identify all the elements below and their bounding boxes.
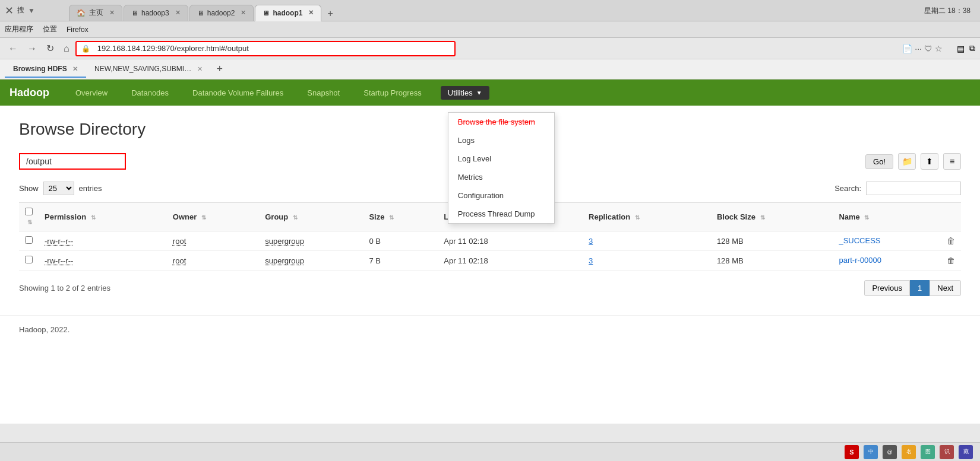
sidebar-toggle[interactable]: ✕ bbox=[5, 4, 14, 17]
page-tab-browsing[interactable]: Browsing HDFS ✕ bbox=[5, 61, 86, 78]
folder-icon[interactable]: 📁 bbox=[898, 153, 916, 170]
tab-hadoop1-close[interactable]: ✕ bbox=[308, 9, 314, 17]
tab-hadoop3-close[interactable]: ✕ bbox=[175, 9, 181, 17]
process-thread-label: Process Thread Dump bbox=[458, 209, 535, 218]
metrics-label: Metrics bbox=[458, 173, 483, 182]
forward-button[interactable]: → bbox=[24, 41, 40, 56]
up-icon[interactable]: ⬆ bbox=[921, 153, 938, 170]
home-nav-button[interactable]: ⌂ bbox=[60, 41, 73, 56]
lock-icon: 🔒 bbox=[81, 44, 90, 53]
menu-location[interactable]: 位置 bbox=[43, 24, 57, 34]
browse-filesystem-label: Browse the file system bbox=[458, 117, 535, 126]
menu-metrics[interactable]: Metrics bbox=[448, 168, 554, 186]
menu-process-thread[interactable]: Process Thread Dump bbox=[448, 205, 554, 223]
menu-log-level[interactable]: Log Level bbox=[448, 150, 554, 168]
taskbar-icon-6[interactable]: 识 bbox=[940, 445, 954, 459]
nav-datanodes[interactable]: Datanodes bbox=[127, 86, 173, 100]
row2-permission: -rw-r--r-- bbox=[39, 251, 167, 271]
nav-snapshot[interactable]: Snapshot bbox=[302, 86, 344, 100]
page-tab-new[interactable]: NEW,NEW_SAVING,SUBMI… ✕ bbox=[86, 61, 210, 78]
list-icon[interactable]: ≡ bbox=[943, 153, 961, 170]
page-tab-browsing-close[interactable]: ✕ bbox=[72, 65, 78, 72]
browser-tabs: 🏠 主页 ✕ 🖥 hadoop3 ✕ 🖥 hadoop2 ✕ 🖥 hadoop1… bbox=[69, 0, 975, 21]
taskbar-icon-5[interactable]: 图 bbox=[921, 445, 935, 459]
taskbar-icon-3[interactable]: @ bbox=[883, 445, 897, 459]
tab-hadoop2[interactable]: 🖥 hadoop2 ✕ bbox=[189, 5, 254, 21]
row2-delete-icon[interactable]: 🗑 bbox=[947, 256, 955, 265]
row1-check bbox=[19, 231, 39, 251]
pocket-icon[interactable]: 🛡 bbox=[924, 44, 932, 53]
next-button[interactable]: Next bbox=[930, 280, 961, 296]
reader-icon[interactable]: 📄 bbox=[902, 44, 912, 53]
new-page-tab-button[interactable]: + bbox=[211, 59, 229, 79]
go-button[interactable]: Go! bbox=[865, 154, 893, 169]
sort-owner-icon: ⇅ bbox=[201, 214, 206, 221]
col-replication[interactable]: Replication ⇅ bbox=[583, 203, 711, 231]
sidebar-icon[interactable]: ▤ bbox=[957, 44, 965, 53]
taskbar: S 中 @ 名 图 识 藏 bbox=[0, 442, 980, 461]
menu-configuration[interactable]: Configuration bbox=[448, 186, 554, 205]
taskbar-icon-2[interactable]: 中 bbox=[864, 445, 878, 459]
menu-firefox[interactable]: Firefox bbox=[67, 26, 88, 34]
more-icon[interactable]: ··· bbox=[915, 44, 922, 53]
logs-label: Logs bbox=[458, 136, 475, 145]
row1-checkbox[interactable] bbox=[25, 236, 33, 244]
page-tab-browsing-label: Browsing HDFS bbox=[13, 65, 67, 73]
address-text: 192.168.184.129:9870/explorer.html#/outp… bbox=[97, 44, 249, 53]
tab-home-label: 主页 bbox=[89, 8, 103, 18]
table-row: -rw-r--r-- root supergroup 7 B Apr 11 02… bbox=[19, 251, 961, 271]
row1-delete-icon[interactable]: 🗑 bbox=[947, 236, 955, 246]
page-tab-new-close[interactable]: ✕ bbox=[197, 65, 203, 72]
tab-hadoop1[interactable]: 🖥 hadoop1 ✕ bbox=[255, 5, 321, 21]
menu-logs[interactable]: Logs bbox=[448, 131, 554, 150]
nav-datanode-volume[interactable]: Datanode Volume Failures bbox=[188, 86, 288, 100]
back-button[interactable]: ← bbox=[5, 41, 21, 56]
previous-button[interactable]: Previous bbox=[864, 280, 910, 296]
address-bar[interactable]: 🔒 192.168.184.129:9870/explorer.html#/ou… bbox=[75, 41, 456, 56]
col-size[interactable]: Size ⇅ bbox=[363, 203, 438, 231]
bookmark-icon[interactable]: ☆ bbox=[935, 44, 943, 53]
new-tab-button[interactable]: + bbox=[323, 6, 337, 21]
menu-apps[interactable]: 应用程序 bbox=[5, 24, 33, 34]
menu-browse-filesystem[interactable]: Browse the file system bbox=[448, 113, 554, 131]
tab-hadoop2-close[interactable]: ✕ bbox=[241, 9, 246, 17]
nav-startup-progress[interactable]: Startup Progress bbox=[359, 86, 426, 100]
tab-hadoop3[interactable]: 🖥 hadoop3 ✕ bbox=[124, 5, 188, 21]
entries-select[interactable]: 25 50 100 bbox=[43, 182, 74, 195]
showing-text: Showing 1 to 2 of 2 entries bbox=[19, 284, 110, 293]
maximize-icon[interactable]: ⧉ bbox=[969, 43, 975, 53]
taskbar-icon-4[interactable]: 名 bbox=[902, 445, 916, 459]
select-all-checkbox[interactable] bbox=[25, 208, 33, 215]
row2-modified: Apr 11 02:18 bbox=[438, 251, 583, 271]
tab-home[interactable]: 🏠 主页 ✕ bbox=[69, 5, 122, 21]
tab-home-close[interactable]: ✕ bbox=[109, 9, 115, 17]
search-input[interactable] bbox=[866, 182, 961, 195]
row2-name: part-r-00000 🗑 bbox=[833, 251, 961, 271]
replication-label: Replication bbox=[589, 212, 630, 221]
col-block-size[interactable]: Block Size ⇅ bbox=[711, 203, 833, 231]
col-name[interactable]: Name ⇅ bbox=[833, 203, 961, 231]
permission-label: Permission bbox=[45, 212, 86, 221]
pagination-area: Showing 1 to 2 of 2 entries Previous 1 N… bbox=[19, 280, 961, 296]
sidebar-dropdown[interactable]: ▼ bbox=[28, 7, 35, 15]
taskbar-icon-1[interactable]: S bbox=[845, 445, 859, 459]
col-owner[interactable]: Owner ⇅ bbox=[167, 203, 259, 231]
row2-replication: 3 bbox=[583, 251, 711, 271]
path-input[interactable] bbox=[19, 153, 126, 170]
col-group[interactable]: Group ⇅ bbox=[259, 203, 363, 231]
pagination-controls: Previous 1 Next bbox=[864, 280, 961, 296]
group-label: Group bbox=[265, 212, 288, 221]
footer-text: Hadoop, 2022. bbox=[19, 325, 69, 334]
row1-name-link[interactable]: _SUCCESS bbox=[839, 236, 880, 245]
refresh-button[interactable]: ↻ bbox=[43, 40, 58, 56]
nav-overview[interactable]: Overview bbox=[71, 86, 112, 100]
taskbar-icon-7[interactable]: 藏 bbox=[959, 445, 973, 459]
utilities-dropdown[interactable]: Utilities ▼ Browse the file system Logs … bbox=[441, 86, 489, 100]
row2-name-link[interactable]: part-r-00000 bbox=[839, 256, 881, 265]
row2-checkbox[interactable] bbox=[25, 256, 33, 263]
col-permission[interactable]: Permission ⇅ bbox=[39, 203, 167, 231]
page-1-button[interactable]: 1 bbox=[910, 280, 930, 296]
main-content: Hadoop Overview Datanodes Datanode Volum… bbox=[0, 80, 980, 424]
page-tab-new-label: NEW,NEW_SAVING,SUBMI… bbox=[94, 65, 191, 73]
select-all-header: ⇅ bbox=[19, 203, 39, 231]
